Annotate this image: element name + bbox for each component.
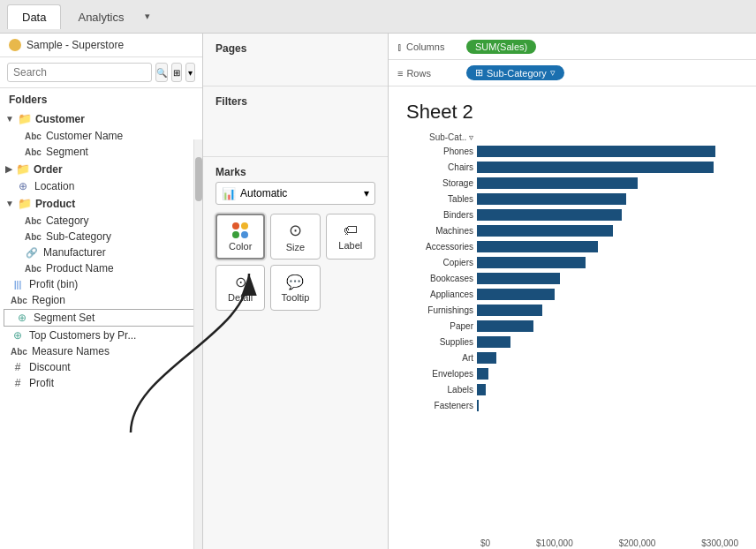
toggle-order: ▶ [5, 164, 12, 174]
bar-track [477, 162, 715, 173]
bar-track [477, 193, 715, 205]
tree-group-header-customer[interactable]: ▼ 📁 Customer [0, 109, 202, 128]
list-view-btn[interactable]: ⊞ [171, 63, 182, 82]
mark-label-tooltip: Tooltip [282, 292, 310, 303]
rows-shelf-label: ≡ Rows [397, 68, 459, 79]
sub-category-pill-filter: ▿ [550, 67, 556, 79]
bar-label: Fasteners [406, 401, 477, 410]
folders-header: Folders [0, 88, 202, 109]
bar-fill [477, 146, 715, 157]
bar-fill [477, 384, 486, 395]
group-label-order: Order [34, 163, 63, 176]
tree-item-category[interactable]: Abc Category [0, 213, 202, 229]
item-label-segment: Segment [46, 146, 88, 158]
bar-label: Art [406, 353, 477, 363]
bar-row: Paper [406, 319, 715, 334]
marks-type-select[interactable]: 📊 Automatic ▾ [215, 182, 375, 205]
bar-row: Art [406, 350, 715, 365]
tree-item-top-customers[interactable]: ⊕ Top Customers by Pr... [0, 327, 202, 343]
sort-btn[interactable]: ▾ [185, 63, 196, 82]
tree-item-segment[interactable]: Abc Segment [0, 144, 202, 160]
type-icon-abc-region: Abc [11, 296, 27, 305]
tree-item-manufacturer[interactable]: 🔗 Manufacturer [0, 244, 202, 260]
folder-icon-customer: 📁 [18, 112, 32, 125]
tree-item-discount[interactable]: # Discount [0, 359, 202, 375]
sub-category-pill[interactable]: ⊞ Sub-Category ▿ [466, 65, 564, 80]
bar-chart: PhonesChairsStorageTablesBindersMachines… [406, 144, 715, 537]
pages-section: Pages [203, 34, 388, 86]
mark-btn-color[interactable]: Color [215, 214, 265, 259]
tab-analytics[interactable]: Analytics [63, 4, 139, 29]
bar-row: Envelopes [406, 366, 715, 381]
type-icon-abc-cat: Abc [25, 216, 42, 226]
type-icon-hash-discount: # [11, 361, 25, 373]
item-label-sub-category: Sub-Category [46, 230, 111, 243]
columns-icon: ⫿ [397, 41, 403, 52]
rows-shelf: ≡ Rows ⊞ Sub-Category ▿ [389, 60, 756, 86]
bar-track [477, 320, 715, 332]
tree-group-header-product[interactable]: ▼ 📁 Product [0, 194, 202, 213]
tree-group-customer: ▼ 📁 Customer Abc Customer Name Abc Segme… [0, 109, 202, 160]
mark-btn-label[interactable]: 🏷 Label [326, 214, 375, 259]
folder-icon-order: 📁 [16, 162, 30, 176]
top-tab-bar: Data Analytics ▾ [0, 0, 756, 34]
search-row: 🔍 ⊞ ▾ [0, 57, 202, 88]
tab-dropdown-arrow[interactable]: ▾ [145, 11, 150, 22]
mark-btn-detail[interactable]: ⊙ Detail [215, 265, 265, 311]
tree-item-profit[interactable]: # Profit [0, 375, 202, 391]
item-label-category: Category [46, 214, 89, 227]
bar-row: Copiers [406, 255, 715, 270]
bar-fill [477, 368, 488, 380]
tree-group-header-order[interactable]: ▶ 📁 Order [0, 160, 202, 178]
bar-label: Phones [406, 147, 477, 156]
x-tick: $100,000 [536, 538, 573, 548]
tree-item-measure-names[interactable]: Abc Measure Names [0, 343, 202, 359]
item-label-discount: Discount [29, 361, 71, 373]
tree-item-product-name[interactable]: Abc Product Name [0, 260, 202, 276]
columns-shelf: ⫿ Columns SUM(Sales) [389, 34, 756, 60]
tree-item-sub-category[interactable]: Abc Sub-Category [0, 229, 202, 244]
pages-title: Pages [215, 42, 375, 55]
bar-track [477, 336, 715, 348]
type-icon-set-segset: ⊕ [15, 312, 29, 324]
scrollbar-thumb[interactable] [195, 157, 202, 201]
bar-track [477, 352, 715, 364]
scrollbar-track[interactable] [193, 139, 202, 549]
mark-btn-size[interactable]: ⊙ Size [270, 214, 320, 259]
bar-row: Appliances [406, 287, 715, 302]
middle-panel: Pages Filters Marks 📊 Automatic ▾ [203, 34, 389, 549]
tree-item-profit-bin[interactable]: ||| Profit (bin) [0, 276, 202, 292]
bar-fill [477, 352, 496, 364]
x-tick: $300,000 [701, 538, 738, 548]
rows-label-text: Rows [406, 68, 431, 79]
sum-sales-pill[interactable]: SUM(Sales) [466, 40, 536, 54]
search-input[interactable] [7, 63, 152, 82]
bar-label: Envelopes [406, 369, 477, 379]
tree-item-segment-set[interactable]: ⊕ Segment Set [4, 309, 199, 327]
bar-label: Bookcases [406, 274, 477, 283]
tooltip-icon: 💬 [286, 274, 304, 290]
bar-label: Storage [406, 178, 477, 188]
bar-track [477, 146, 715, 157]
bar-row: Labels [406, 382, 715, 397]
tree-item-region[interactable]: Abc Region [0, 292, 202, 308]
columns-shelf-label: ⫿ Columns [397, 41, 459, 52]
bar-track [477, 289, 715, 300]
group-label-customer: Customer [35, 113, 85, 125]
marks-title: Marks [215, 166, 375, 178]
sub-category-pill-icon: ⊞ [475, 67, 483, 79]
datasource-row[interactable]: Sample - Superstore [0, 34, 202, 57]
datasource-icon [9, 39, 21, 51]
bar-row: Tables [406, 192, 715, 207]
x-tick: $200,000 [619, 538, 656, 548]
mark-btn-tooltip[interactable]: 💬 Tooltip [270, 265, 320, 311]
tree-item-customer-name[interactable]: Abc Customer Name [0, 128, 202, 144]
type-icon-abc-prodname: Abc [25, 264, 42, 274]
toggle-product: ▼ [5, 199, 14, 208]
bar-fill [477, 241, 598, 252]
rows-icon: ≡ [397, 68, 403, 79]
tab-data[interactable]: Data [7, 4, 61, 29]
tree-item-location[interactable]: ⊕ Location [0, 178, 202, 194]
search-icon-btn[interactable]: 🔍 [155, 63, 168, 82]
bar-row: Storage [406, 176, 715, 191]
